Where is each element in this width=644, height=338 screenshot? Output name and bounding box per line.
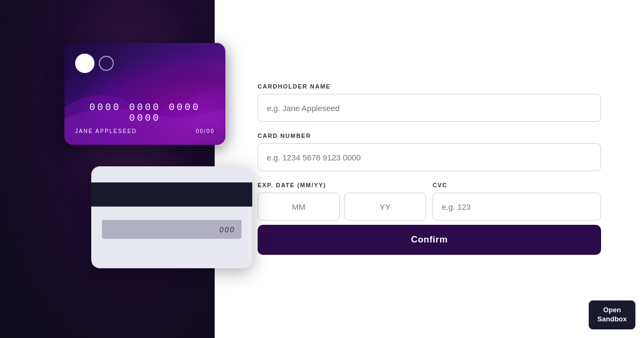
cvc-display: 000	[219, 225, 235, 234]
exp-inputs	[258, 193, 426, 221]
card-number-label: CARD NUMBER	[258, 133, 601, 139]
open-sandbox-button[interactable]: OpenSandbox	[589, 300, 635, 329]
chip-circle-outline	[99, 56, 114, 71]
card-number-input[interactable]	[258, 143, 601, 171]
exp-month-input[interactable]	[258, 193, 340, 221]
card-bottom: JANE APPLESEED 00/00	[75, 128, 215, 134]
cvc-label: CVC	[433, 182, 601, 188]
card-number-group: CARD NUMBER	[258, 133, 601, 171]
exp-year-input[interactable]	[344, 193, 426, 221]
card-number-display: 0000 0000 0000 0000	[75, 102, 215, 123]
chip-area	[75, 54, 114, 73]
exp-date-label: EXP. DATE (MM/YY)	[258, 182, 426, 188]
chip-circle-filled	[75, 54, 94, 73]
exp-date-container: EXP. DATE (MM/YY)	[258, 182, 426, 221]
cardholder-name-input[interactable]	[258, 94, 601, 122]
confirm-button[interactable]: Confirm	[258, 225, 601, 255]
exp-date-group: EXP. DATE (MM/YY)	[258, 182, 426, 221]
magnetic-stripe	[91, 182, 252, 207]
signature-strip: 000	[102, 220, 241, 239]
card-back: 000	[91, 166, 252, 268]
exp-cvc-row: EXP. DATE (MM/YY) CVC	[258, 182, 601, 221]
card-front: 0000 0000 0000 0000 JANE APPLESEED 00/00	[64, 43, 225, 145]
cvc-group: CVC	[433, 182, 601, 221]
right-panel: CARDHOLDER NAME CARD NUMBER EXP. DATE (M…	[215, 0, 644, 338]
left-panel: 0000 0000 0000 0000 JANE APPLESEED 00/00…	[0, 0, 215, 338]
card-holder-name: JANE APPLESEED	[75, 128, 137, 134]
cardholder-name-group: CARDHOLDER NAME	[258, 83, 601, 122]
cardholder-name-label: CARDHOLDER NAME	[258, 83, 601, 90]
card-expiry: 00/00	[196, 128, 215, 134]
cvc-input[interactable]	[433, 193, 601, 221]
